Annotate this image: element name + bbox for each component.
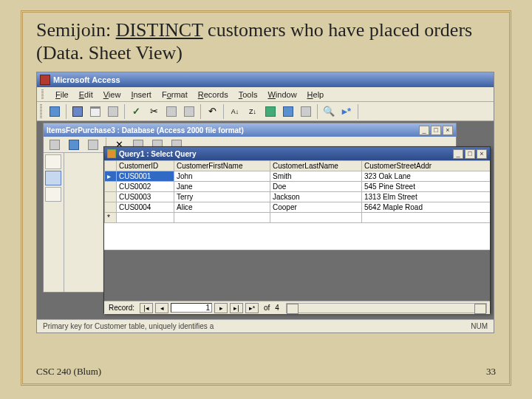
datasheet-grid[interactable]: CustomerID CustomerFirstName CustomerLas…: [104, 160, 490, 250]
cut-button[interactable]: ✂: [146, 103, 162, 120]
find-button[interactable]: 🔍: [321, 103, 337, 120]
menu-records[interactable]: Records: [198, 90, 228, 99]
cell[interactable]: Smith: [270, 171, 362, 182]
db-open-button[interactable]: [47, 137, 63, 153]
query-window-titlebar[interactable]: Query1 : Select Query _ □ ×: [104, 147, 490, 160]
cell[interactable]: CUS0002: [117, 182, 174, 192]
database-window-title: ItemsForPurchase3 : Database (Access 200…: [47, 126, 244, 134]
menu-window[interactable]: Window: [267, 90, 296, 99]
slide-footer: CSC 240 (Blum) 33: [36, 366, 496, 378]
view-button[interactable]: [47, 103, 63, 120]
datasheet-empty-area: [104, 250, 490, 301]
cell[interactable]: Terry: [174, 192, 270, 202]
slide-frame: Semijoin: DISTINCT customers who have pl…: [21, 10, 511, 386]
new-record-row[interactable]: [105, 213, 491, 223]
table-row[interactable]: ▸ CUS0001 John Smith 323 Oak Lane: [105, 171, 491, 182]
new-record-icon[interactable]: [105, 213, 117, 223]
cell[interactable]: 323 Oak Lane: [362, 171, 491, 182]
close-button[interactable]: ×: [443, 126, 453, 135]
db-new-button[interactable]: [85, 137, 101, 153]
minimize-button[interactable]: _: [419, 126, 429, 135]
toolbar-sep: [66, 104, 66, 119]
access-app-title: Microsoft Access: [53, 75, 120, 84]
table-row[interactable]: CUS0003 Terry Jackson 1313 Elm Street: [105, 192, 491, 202]
menu-insert[interactable]: Insert: [131, 90, 151, 99]
menu-tools[interactable]: Tools: [239, 90, 258, 99]
db-objects-tables-icon[interactable]: [45, 154, 61, 169]
filter-form-button[interactable]: [280, 103, 296, 120]
menu-file[interactable]: File: [55, 90, 69, 99]
paste-button[interactable]: [181, 103, 197, 120]
filter-selection-button[interactable]: [262, 103, 279, 120]
save-button[interactable]: [69, 103, 86, 120]
toolbar-sep: [317, 104, 318, 119]
menu-edit[interactable]: Edit: [79, 90, 93, 99]
cell[interactable]: [174, 213, 270, 223]
access-screenshot: Microsoft Access File Edit View Insert F…: [36, 72, 494, 333]
sort-desc-button[interactable]: Z↓: [245, 103, 261, 120]
last-record-button[interactable]: ▸|: [230, 303, 243, 313]
cell[interactable]: John: [174, 171, 270, 182]
datasheet-table[interactable]: CustomerID CustomerFirstName CustomerLas…: [104, 160, 490, 223]
cell[interactable]: 5642 Maple Road: [362, 202, 491, 213]
new-record-button[interactable]: ▸*: [245, 303, 259, 313]
col-header-firstname[interactable]: CustomerFirstName: [174, 161, 270, 171]
spell-button[interactable]: ✓: [128, 103, 144, 120]
query-window[interactable]: Query1 : Select Query _ □ × Cust: [103, 146, 491, 313]
toolbar-sep: [200, 104, 201, 119]
cell[interactable]: Cooper: [270, 202, 362, 213]
preview-button[interactable]: [105, 103, 121, 120]
menubar: File Edit View Insert Format Records Too…: [37, 87, 494, 102]
db-objects-forms-icon[interactable]: [45, 187, 61, 202]
cell[interactable]: CUS0003: [117, 192, 174, 202]
apply-filter-button[interactable]: [298, 103, 314, 120]
cell[interactable]: 545 Pine Street: [362, 182, 491, 192]
recnav-total: 4: [275, 304, 279, 312]
row-selector[interactable]: [105, 182, 117, 192]
copy-button[interactable]: [163, 103, 180, 120]
row-selector[interactable]: [105, 192, 117, 202]
minimize-button[interactable]: _: [453, 149, 463, 159]
horizontal-scrollbar[interactable]: [286, 303, 487, 313]
cell[interactable]: Jane: [174, 182, 270, 192]
cell[interactable]: Alice: [174, 202, 270, 213]
query-icon: [107, 149, 116, 158]
print-button[interactable]: [87, 103, 103, 120]
col-header-lastname[interactable]: CustomerLastName: [270, 161, 362, 171]
first-record-button[interactable]: |◂: [140, 303, 153, 313]
row-selector-header[interactable]: [105, 161, 117, 171]
cell[interactable]: 1313 Elm Street: [362, 192, 491, 202]
db-design-button[interactable]: [66, 137, 82, 153]
undo-button[interactable]: ↶: [204, 103, 220, 120]
footer-left: CSC 240 (Blum): [36, 366, 101, 378]
cell[interactable]: CUS0004: [117, 202, 174, 213]
cell[interactable]: CUS0001: [117, 171, 174, 182]
row-selector-icon[interactable]: ▸: [105, 171, 117, 182]
row-selector[interactable]: [105, 202, 117, 213]
new-record-button[interactable]: ▸*: [338, 103, 355, 120]
cell[interactable]: Doe: [270, 182, 362, 192]
menu-format[interactable]: Format: [162, 90, 188, 99]
col-header-customerid[interactable]: CustomerID: [117, 161, 174, 171]
slide-title-area: Semijoin: DISTINCT customers who have pl…: [23, 13, 509, 69]
close-button[interactable]: ×: [477, 149, 487, 159]
database-window-titlebar[interactable]: ItemsForPurchase3 : Database (Access 200…: [44, 123, 456, 137]
menu-view[interactable]: View: [103, 90, 121, 99]
menu-help[interactable]: Help: [307, 90, 324, 99]
cell[interactable]: [362, 213, 491, 223]
db-objects-queries-icon[interactable]: [45, 171, 61, 185]
col-header-street[interactable]: CustomerStreetAddr: [362, 161, 491, 171]
next-record-button[interactable]: ▸: [214, 303, 228, 313]
sort-asc-button[interactable]: A↓: [227, 103, 243, 120]
maximize-button[interactable]: □: [431, 126, 441, 135]
table-row[interactable]: CUS0002 Jane Doe 545 Pine Street: [105, 182, 491, 192]
cell[interactable]: Jackson: [270, 192, 362, 202]
menubar-grip-icon: [41, 89, 44, 100]
prev-record-button[interactable]: ◂: [155, 303, 168, 313]
cell[interactable]: [117, 213, 174, 223]
maximize-button[interactable]: □: [465, 149, 475, 159]
current-record-input[interactable]: [171, 303, 212, 313]
cell[interactable]: [270, 213, 362, 223]
table-row[interactable]: CUS0004 Alice Cooper 5642 Maple Road: [105, 202, 491, 213]
toolbar-grip-icon: [40, 104, 42, 119]
